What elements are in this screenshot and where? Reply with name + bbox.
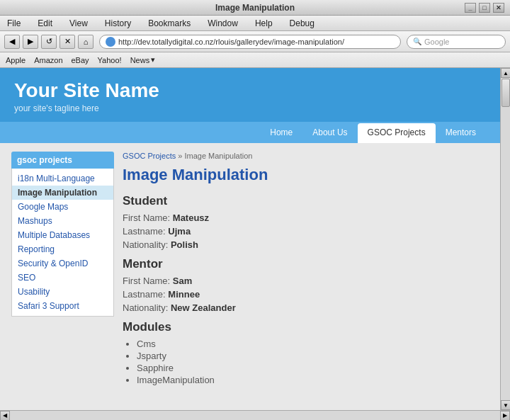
secure-icon [106,37,115,47]
sidebar-item-usability[interactable]: Usability [12,285,113,299]
close-button[interactable]: ✕ [493,3,504,13]
title-bar: Image Manipulation _ □ ✕ [0,0,510,16]
menu-file[interactable]: File [3,17,25,30]
window-controls: _ □ ✕ [465,3,504,13]
menu-bar: File Edit View History Bookmarks Window … [0,16,510,31]
student-nationality-label: Nationality: [123,239,168,250]
page-body: gsoc projects i18n Multi-Language Image … [0,143,500,410]
module-item-0: Cms [137,339,489,349]
vertical-scrollbar[interactable]: ▲ ▼ [500,68,510,410]
menu-edit[interactable]: Edit [33,17,57,30]
modules-heading: Modules [123,320,489,334]
mentor-lastname-label: Lastname: [123,289,166,300]
news-dropdown-icon: ▾ [151,55,155,64]
sidebar-item-databases[interactable]: Multiple Databases [12,228,113,242]
menu-view[interactable]: View [65,17,92,30]
search-bar[interactable]: 🔍 Google [407,35,506,49]
mentor-heading: Mentor [123,257,489,271]
sidebar-item-seo[interactable]: SEO [12,271,113,285]
student-firstname-value: Mateusz [173,212,209,223]
mentor-nationality-label: Nationality: [123,302,168,313]
bookmark-yahoo[interactable]: Yahoo! [98,56,122,64]
search-placeholder: Google [424,38,449,46]
student-nationality-row: Nationality: Polish [123,239,489,250]
bookmark-news[interactable]: News ▾ [130,55,156,64]
mentor-lastname-row: Lastname: Minnee [123,289,489,300]
mentor-firstname-value: Sam [173,276,192,286]
maximize-button[interactable]: □ [479,3,490,13]
bookmarks-bar: Apple Amazon eBay Yahoo! News ▾ [0,52,510,68]
sidebar-item-security[interactable]: Security & OpenID [12,256,113,271]
student-lastname-row: Lastname: Ujma [123,226,489,237]
scroll-track[interactable] [501,78,510,400]
browser-content: Your Site Name your site's tagline here … [0,68,510,410]
module-item-3: ImageManipulation [137,375,489,385]
back-button[interactable]: ◀ [4,35,20,49]
student-heading: Student [123,194,489,208]
student-firstname-label: First Name: [123,212,170,223]
website: Your Site Name your site's tagline here … [0,68,500,410]
menu-history[interactable]: History [101,17,135,30]
sidebar-item-maps[interactable]: Google Maps [12,200,113,214]
module-item-2: Sapphire [137,363,489,373]
sidebar-list: i18n Multi-Language Image Manipulation G… [11,169,114,317]
menu-debug[interactable]: Debug [285,17,319,30]
address-bar[interactable]: http://dev.totallydigital.co.nz/rlouis/g… [99,35,401,49]
forward-button[interactable]: ▶ [23,35,38,49]
sidebar-item-i18n[interactable]: i18n Multi-Language [12,171,113,186]
window-title: Image Manipulation [215,3,295,13]
scroll-left-button[interactable]: ◀ [0,411,10,421]
scroll-down-button[interactable]: ▼ [501,400,510,410]
page-title: Image Manipulation [123,166,489,184]
horizontal-scrollbar[interactable]: ◀ ▶ [0,410,510,420]
nav-gsoc[interactable]: GSOC Projects [358,123,436,143]
modules-list: Cms Jsparty Sapphire ImageManipulation [137,339,489,385]
menu-window[interactable]: Window [203,17,242,30]
breadcrumb: GSOC Projects » Image Manipulation [123,152,489,160]
main-content: GSOC Projects » Image Manipulation Image… [123,152,489,410]
sidebar-item-image[interactable]: Image Manipulation [12,186,113,200]
address-text: http://dev.totallydigital.co.nz/rlouis/g… [118,38,344,46]
sidebar: gsoc projects i18n Multi-Language Image … [11,152,114,410]
site-title: Your Site Name [14,79,486,102]
bookmark-ebay[interactable]: eBay [72,56,89,64]
mentor-nationality-value: New Zealander [171,302,236,313]
student-lastname-value: Ujma [168,226,191,237]
toolbar: ◀ ▶ ↺ ✕ ⌂ http://dev.totallydigital.co.n… [0,31,510,52]
scroll-right-button[interactable]: ▶ [500,411,510,421]
scroll-thumb[interactable] [502,79,510,107]
scroll-up-button[interactable]: ▲ [501,68,510,78]
home-button[interactable]: ⌂ [78,35,94,49]
site-nav: Home About Us GSOC Projects Mentors [0,122,500,143]
search-icon: 🔍 [413,38,421,45]
student-nationality-value: Polish [171,239,198,250]
sidebar-title: gsoc projects [11,152,114,169]
student-lastname-label: Lastname: [123,226,166,237]
mentor-firstname-label: First Name: [123,276,170,286]
minimize-button[interactable]: _ [465,3,476,13]
nav-mentors[interactable]: Mentors [436,122,486,143]
module-item-1: Jsparty [137,351,489,361]
breadcrumb-current: Image Manipulation [184,152,252,160]
h-scroll-track[interactable] [10,411,500,421]
stop-button[interactable]: ✕ [60,35,75,49]
sidebar-item-mashups[interactable]: Mashups [12,214,113,228]
mentor-firstname-row: First Name: Sam [123,276,489,286]
bookmark-apple[interactable]: Apple [6,56,26,64]
mentor-nationality-row: Nationality: New Zealander [123,302,489,313]
browser-window: Image Manipulation _ □ ✕ File Edit View … [0,0,510,420]
sidebar-item-safari[interactable]: Safari 3 Support [12,299,113,313]
menu-bookmarks[interactable]: Bookmarks [144,17,195,30]
breadcrumb-parent[interactable]: GSOC Projects [123,152,176,160]
reload-button[interactable]: ↺ [41,35,57,49]
menu-help[interactable]: Help [251,17,277,30]
bookmark-amazon[interactable]: Amazon [34,56,62,64]
site-tagline: your site's tagline here [14,103,486,113]
mentor-lastname-value: Minnee [168,289,200,300]
nav-home[interactable]: Home [260,122,302,143]
sidebar-item-reporting[interactable]: Reporting [12,242,113,256]
nav-about[interactable]: About Us [302,122,357,143]
site-header: Your Site Name your site's tagline here [0,68,500,122]
student-firstname-row: First Name: Mateusz [123,212,489,223]
